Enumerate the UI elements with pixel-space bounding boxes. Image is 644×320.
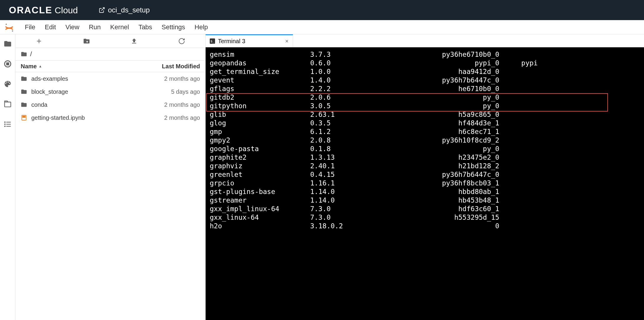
terminal-row: google-pasta0.1.8py_0	[210, 145, 644, 153]
brand: ORACLE Cloud	[9, 5, 78, 16]
tab-title: Terminal 3	[218, 38, 282, 45]
brand-primary: ORACLE	[9, 5, 52, 16]
content-area: $_ Terminal 3 × gensim3.7.3py36he6710b0_…	[206, 34, 644, 320]
terminal-row: gstreamer1.14.0hb453b48_1	[210, 196, 644, 205]
terminal[interactable]: gensim3.7.3py36he6710b0_0geopandas0.6.0p…	[206, 47, 644, 320]
file-list: ads-examples2 months agoblock_storage5 d…	[15, 72, 205, 320]
menu-item-settings[interactable]: Settings	[157, 22, 190, 32]
header-modified: Last Modified	[135, 63, 200, 70]
file-name: ads-examples	[31, 75, 135, 82]
svg-line-0	[101, 8, 104, 11]
terminal-row: geopandas0.6.0pypi_0pypi	[210, 59, 644, 67]
sort-ascending-icon: ▲	[38, 64, 42, 68]
file-browser: / Name ▲ Last Modified ads-examples2 mon…	[15, 34, 206, 320]
menu-item-kernel[interactable]: Kernel	[105, 22, 134, 32]
svg-point-2	[12, 30, 13, 31]
activity-bar	[0, 34, 15, 320]
terminal-row: gitdb22.0.6py_0	[210, 93, 644, 102]
terminal-row: gflags2.2.2he6710b0_0	[210, 85, 644, 93]
file-name: block_storage	[31, 88, 135, 95]
menu-item-file[interactable]: File	[20, 22, 40, 32]
svg-rect-5	[4, 102, 11, 107]
svg-point-1	[6, 23, 7, 25]
svg-rect-15	[22, 116, 25, 118]
menubar: FileEditViewRunKernelTabsSettingsHelp	[0, 20, 644, 34]
brand-secondary: Cloud	[55, 5, 78, 15]
workspace-name: oci_ds_setup	[108, 6, 150, 14]
external-link-icon	[99, 7, 105, 13]
folder-icon[interactable]	[4, 40, 12, 48]
file-row[interactable]: getting-started.ipynb2 months ago	[15, 111, 205, 124]
refresh-icon[interactable]	[178, 38, 185, 45]
menu-item-help[interactable]: Help	[190, 22, 213, 32]
terminal-row: h2o3.18.0.20	[210, 222, 644, 230]
file-name: conda	[31, 101, 135, 108]
close-icon[interactable]: ×	[285, 38, 289, 45]
folder-icon	[21, 51, 27, 57]
folder-icon	[21, 88, 27, 95]
add-icon[interactable]	[35, 38, 43, 45]
tab-terminal[interactable]: $_ Terminal 3 ×	[206, 34, 293, 47]
menu-item-tabs[interactable]: Tabs	[134, 22, 157, 32]
menu-item-run[interactable]: Run	[84, 22, 105, 32]
terminal-row: greenlet0.4.15py36h7b6447c_0	[210, 170, 644, 179]
file-modified: 5 days ago	[135, 88, 200, 95]
tabs-icon[interactable]	[4, 100, 12, 108]
file-list-header[interactable]: Name ▲ Last Modified	[15, 60, 205, 72]
folder-icon	[21, 75, 27, 82]
file-row[interactable]: block_storage5 days ago	[15, 85, 205, 98]
file-modified: 2 months ago	[135, 101, 200, 108]
notebook-icon	[21, 114, 27, 121]
file-row[interactable]: ads-examples2 months ago	[15, 72, 205, 85]
terminal-row: gst-plugins-base1.14.0hbbd80ab_1	[210, 188, 644, 196]
svg-point-9	[4, 122, 5, 122]
svg-point-11	[4, 126, 5, 127]
workspace-link[interactable]: oci_ds_setup	[99, 6, 150, 14]
terminal-icon: $_	[210, 38, 215, 44]
file-modified: 2 months ago	[135, 114, 200, 121]
file-modified: 2 months ago	[135, 75, 200, 82]
file-toolbar	[15, 34, 205, 48]
terminal-row: grpcio1.16.1py36hf8bcb03_1	[210, 179, 644, 188]
terminal-row: gxx_linux-647.3.0h553295d_15	[210, 213, 644, 222]
svg-rect-4	[6, 63, 9, 65]
terminal-row: gitpython3.0.5py_0	[210, 102, 644, 110]
file-row[interactable]: conda2 months ago	[15, 98, 205, 111]
terminal-row: get_terminal_size1.0.0haa9412d_0	[210, 67, 644, 76]
folder-icon	[21, 101, 27, 108]
palette-icon[interactable]	[4, 80, 12, 88]
upload-icon[interactable]	[131, 38, 138, 45]
running-icon[interactable]	[4, 60, 12, 68]
menu-item-view[interactable]: View	[61, 22, 84, 32]
svg-point-10	[4, 124, 5, 125]
terminal-row: glog0.3.5hf484d3e_1	[210, 119, 644, 127]
breadcrumb-path: /	[30, 50, 32, 58]
terminal-row: graphviz2.40.1h21bd128_2	[210, 162, 644, 170]
breadcrumb[interactable]: /	[15, 48, 205, 60]
tabbar: $_ Terminal 3 ×	[206, 34, 644, 47]
terminal-row: gmp6.1.2h6c8ec71_1	[210, 127, 644, 136]
terminal-row: gxx_impl_linux-647.3.0hdf63c60_1	[210, 205, 644, 213]
new-folder-icon[interactable]	[83, 38, 90, 45]
jupyter-logo-icon	[4, 22, 14, 32]
terminal-row: gensim3.7.3py36he6710b0_0	[210, 50, 644, 59]
file-name: getting-started.ipynb	[31, 114, 135, 121]
menu-item-edit[interactable]: Edit	[40, 22, 61, 32]
list-icon[interactable]	[4, 120, 12, 128]
terminal-row: glib2.63.1h5a9c865_0	[210, 110, 644, 119]
terminal-row: gevent1.4.0py36h7b6447c_0	[210, 76, 644, 85]
header-name: Name	[21, 63, 37, 70]
terminal-row: gmpy22.0.8py36h10f8cd9_2	[210, 136, 644, 145]
terminal-row: graphite21.3.13h23475e2_0	[210, 153, 644, 162]
oracle-cloud-banner: ORACLE Cloud oci_ds_setup	[0, 0, 644, 20]
